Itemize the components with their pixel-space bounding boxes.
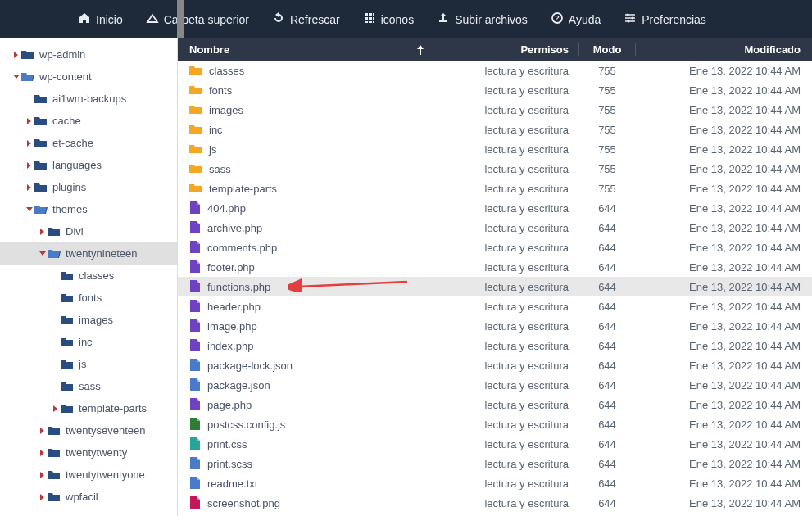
file-mode: 644 xyxy=(578,438,636,450)
header-perm[interactable]: Permisos xyxy=(431,43,578,56)
file-perm: lectura y escritura xyxy=(431,360,578,372)
caret-icon[interactable] xyxy=(51,405,61,413)
tree-item-et-cache[interactable]: et-cache xyxy=(0,132,177,154)
refresh-icon xyxy=(272,11,285,27)
caret-icon[interactable] xyxy=(38,471,48,479)
file-row-screenshot.png[interactable]: screenshot.pnglectura y escritura644Ene … xyxy=(178,493,812,513)
tree-item-fonts[interactable]: fonts xyxy=(0,287,177,309)
tree-item-twentyseventeen[interactable]: twentyseventeen xyxy=(0,419,177,441)
file-row-footer.php[interactable]: footer.phplectura y escritura644Ene 13, … xyxy=(178,257,812,277)
tree-item-ai1wm-backups[interactable]: ai1wm-backups xyxy=(0,88,177,110)
php-icon xyxy=(189,260,201,274)
toolbar-upload[interactable]: Subir archivos xyxy=(437,11,528,27)
file-row-print.scss[interactable]: print.scsslectura y escritura644Ene 13, … xyxy=(178,454,812,473)
tree-label: twentytwentyone xyxy=(66,468,145,481)
folder-icon xyxy=(189,143,202,155)
file-mod: Ene 13, 2022 10:44 AM xyxy=(636,301,812,313)
file-mod: Ene 13, 2022 10:44 AM xyxy=(636,261,812,274)
caret-icon[interactable] xyxy=(38,228,48,236)
help-icon: ? xyxy=(551,11,564,27)
folder-icon xyxy=(189,183,202,194)
tree-item-wpfacil[interactable]: wpfacil xyxy=(0,486,177,508)
tree-item-twentynineteen[interactable]: twentynineteen xyxy=(0,242,177,265)
file-mode: 644 xyxy=(578,202,636,215)
file-row-images[interactable]: imageslectura y escritura755Ene 13, 2022… xyxy=(178,100,812,120)
toolbar-grid[interactable]: iconos xyxy=(363,11,414,27)
php-icon xyxy=(189,300,201,313)
tree-item-js[interactable]: js xyxy=(0,353,177,375)
tree-item-images[interactable]: images xyxy=(0,309,177,331)
caret-icon[interactable] xyxy=(11,74,21,80)
tree-label: ai1wm-backups xyxy=(52,93,126,105)
folder-icon xyxy=(189,163,202,174)
toolbar-label: Ayuda xyxy=(569,13,601,26)
file-row-sass[interactable]: sasslectura y escritura755Ene 13, 2022 1… xyxy=(178,159,812,179)
tree-item-wp-admin[interactable]: wp-admin xyxy=(0,43,177,66)
file-perm: lectura y escritura xyxy=(431,399,578,411)
file-row-archive.php[interactable]: archive.phplectura y escritura644Ene 13,… xyxy=(178,218,812,238)
caret-icon[interactable] xyxy=(11,51,21,59)
caret-icon[interactable] xyxy=(25,139,34,147)
file-perm: lectura y escritura xyxy=(431,65,578,77)
header-mode[interactable]: Modo xyxy=(578,43,636,56)
file-row-header.php[interactable]: header.phplectura y escritura644Ene 13, … xyxy=(178,296,812,316)
caret-icon[interactable] xyxy=(38,427,48,435)
tree-item-Divi[interactable]: Divi xyxy=(0,220,177,242)
file-row-package.json[interactable]: package.jsonlectura y escritura644Ene 13… xyxy=(178,375,812,395)
file-row-404.php[interactable]: 404.phplectura y escritura644Ene 13, 202… xyxy=(178,198,812,218)
caret-icon[interactable] xyxy=(38,493,48,501)
header-name[interactable]: Nombre xyxy=(178,43,431,56)
file-name-label: postcss.config.js xyxy=(207,419,285,431)
file-name-label: index.php xyxy=(207,340,253,352)
tree-item-inc[interactable]: inc xyxy=(0,331,177,353)
php-icon xyxy=(189,319,201,333)
file-panel: Nombre Permisos Modo Modificado classesl… xyxy=(177,38,812,516)
file-mode: 755 xyxy=(578,163,636,175)
tree-item-twentytwenty[interactable]: twentytwenty xyxy=(0,441,177,464)
file-row-print.css[interactable]: print.csslectura y escritura644Ene 13, 2… xyxy=(178,434,812,454)
tree-item-languages[interactable]: languages xyxy=(0,154,177,176)
file-mod: Ene 13, 2022 10:44 AM xyxy=(636,143,812,156)
file-row-readme.txt[interactable]: readme.txtlectura y escritura644Ene 13, … xyxy=(178,473,812,493)
header-mod-label: Modificado xyxy=(744,43,801,56)
caret-icon[interactable] xyxy=(25,206,34,213)
file-perm: lectura y escritura xyxy=(431,202,578,215)
file-row-template-parts[interactable]: template-partslectura y escritura755Ene … xyxy=(178,179,812,198)
caret-icon[interactable] xyxy=(25,183,34,192)
file-row-package-lock.json[interactable]: package-lock.jsonlectura y escritura644E… xyxy=(178,355,812,375)
toolbar-home[interactable]: Inicio xyxy=(78,11,123,27)
file-row-fonts[interactable]: fontslectura y escritura755Ene 13, 2022 … xyxy=(178,80,812,100)
file-row-index.php[interactable]: index.phplectura y escritura644Ene 13, 2… xyxy=(178,336,812,355)
toolbar-refresh[interactable]: Refrescar xyxy=(272,11,340,27)
caret-icon[interactable] xyxy=(25,117,34,125)
folder-icon xyxy=(61,381,74,392)
toolbar: InicioCarpeta superiorRefrescariconosSub… xyxy=(0,0,812,38)
folder-tree: wp-adminwp-contentai1wm-backupscacheet-c… xyxy=(0,38,177,516)
tree-item-classes[interactable]: classes xyxy=(0,265,177,287)
toolbar-up[interactable]: Carpeta superior xyxy=(146,11,249,27)
toolbar-prefs[interactable]: Preferencias xyxy=(624,11,706,27)
file-row-postcss.config.js[interactable]: postcss.config.jslectura y escritura644E… xyxy=(178,414,812,434)
caret-icon[interactable] xyxy=(38,449,48,457)
caret-icon[interactable] xyxy=(38,251,48,257)
tree-item-wp-content[interactable]: wp-content xyxy=(0,66,177,88)
svg-point-14 xyxy=(628,20,630,23)
file-row-js[interactable]: jslectura y escritura755Ene 13, 2022 10:… xyxy=(178,139,812,159)
file-mode: 644 xyxy=(578,340,636,352)
toolbar-help[interactable]: ?Ayuda xyxy=(551,11,601,27)
file-row-inc[interactable]: inclectura y escritura755Ene 13, 2022 10… xyxy=(178,120,812,139)
file-row-image.php[interactable]: image.phplectura y escritura644Ene 13, 2… xyxy=(178,316,812,336)
caret-icon[interactable] xyxy=(25,161,34,170)
file-row-page.php[interactable]: page.phplectura y escritura644Ene 13, 20… xyxy=(178,395,812,414)
file-row-comments.php[interactable]: comments.phplectura y escritura644Ene 13… xyxy=(178,238,812,257)
tree-item-cache[interactable]: cache xyxy=(0,110,177,132)
tree-item-plugins[interactable]: plugins xyxy=(0,176,177,198)
header-mod[interactable]: Modificado xyxy=(636,43,812,56)
tree-item-sass[interactable]: sass xyxy=(0,375,177,397)
prefs-icon xyxy=(624,11,637,27)
file-row-functions.php[interactable]: functions.phplectura y escritura644Ene 1… xyxy=(178,277,812,296)
file-row-classes[interactable]: classeslectura y escritura755Ene 13, 202… xyxy=(178,61,812,80)
tree-item-twentytwentyone[interactable]: twentytwentyone xyxy=(0,464,177,486)
tree-item-template-parts[interactable]: template-parts xyxy=(0,397,177,419)
tree-item-themes[interactable]: themes xyxy=(0,198,177,220)
